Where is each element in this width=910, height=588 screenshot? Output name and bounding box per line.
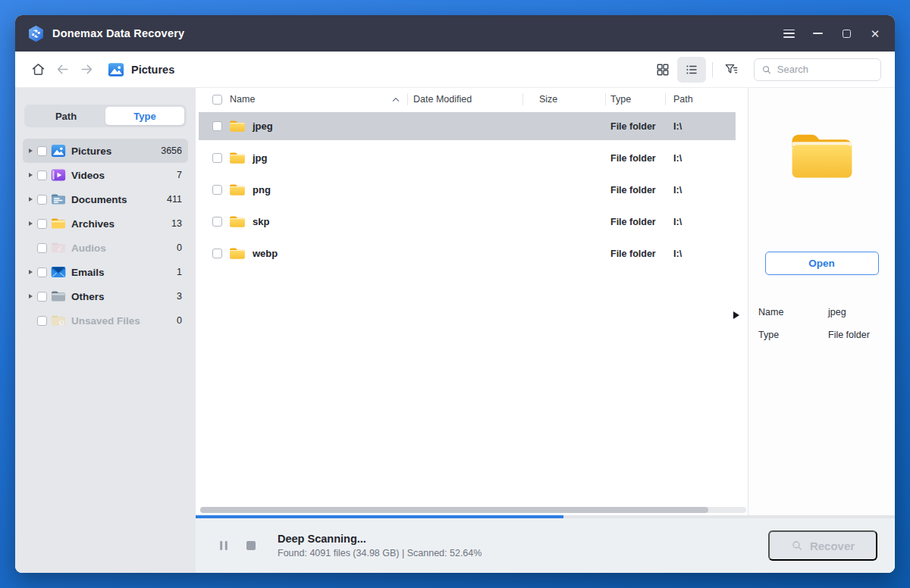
- app-title: Donemax Data Recovery: [52, 27, 184, 39]
- app-window: Donemax Data Recovery ✕: [15, 15, 895, 573]
- file-type: File folder: [605, 208, 665, 236]
- breadcrumb-label: Pictures: [131, 64, 174, 76]
- file-path: I:\: [665, 112, 736, 140]
- item-checkbox[interactable]: [37, 170, 47, 180]
- file-date-modified: [407, 239, 522, 267]
- scrollbar-thumb[interactable]: [200, 507, 708, 513]
- sidebar-item-count: 411: [167, 194, 182, 205]
- column-label: Date Modified: [413, 94, 472, 105]
- pause-icon: [218, 540, 229, 551]
- row-name-cell: skp: [224, 208, 407, 236]
- back-button[interactable]: [50, 58, 74, 82]
- column-header-path[interactable]: Path: [665, 89, 748, 109]
- sidebar-item-count: 0: [177, 315, 182, 326]
- row-name-cell: webp: [224, 239, 407, 267]
- column-header-name[interactable]: Name: [224, 89, 407, 109]
- column-header-type[interactable]: Type: [605, 89, 665, 109]
- item-checkbox[interactable]: [37, 219, 47, 229]
- pause-button[interactable]: [215, 537, 232, 554]
- folder-icon: [229, 183, 246, 197]
- item-checkbox[interactable]: [37, 243, 47, 253]
- sidebar-item-unsaved-files[interactable]: Unsaved Files0: [23, 308, 188, 333]
- forward-button[interactable]: [74, 58, 99, 82]
- open-button[interactable]: Open: [765, 252, 879, 275]
- titlebar: Donemax Data Recovery ✕: [15, 15, 895, 52]
- search-input[interactable]: [777, 64, 874, 75]
- item-checkbox[interactable]: [37, 316, 47, 326]
- row-checkbox[interactable]: [212, 185, 222, 195]
- expand-arrow-icon[interactable]: [26, 221, 35, 226]
- sidebar-item-others[interactable]: Others3: [23, 284, 188, 308]
- minimize-button[interactable]: [805, 21, 830, 45]
- sidebar-item-label: Audios: [71, 242, 106, 254]
- sort-asc-icon: [392, 97, 400, 102]
- select-all-checkbox[interactable]: [212, 95, 222, 105]
- file-date-modified: [407, 208, 522, 236]
- sidebar-item-audios[interactable]: Audios0: [23, 236, 188, 260]
- tab-path[interactable]: Path: [27, 107, 105, 125]
- expand-arrow-icon[interactable]: [26, 149, 35, 153]
- expand-arrow-icon[interactable]: [26, 197, 35, 202]
- sidebar-item-label: Emails: [71, 267, 105, 278]
- sidebar-item-count: 13: [171, 218, 182, 229]
- recover-button[interactable]: Recover: [768, 530, 877, 561]
- sidebar-item-archives[interactable]: Archives13: [23, 211, 188, 236]
- item-checkbox[interactable]: [37, 146, 47, 156]
- row-name-cell: jpeg: [224, 112, 407, 140]
- item-checkbox[interactable]: [37, 195, 47, 205]
- file-size: [522, 144, 605, 172]
- horizontal-scrollbar[interactable]: [199, 505, 748, 515]
- row-checkbox[interactable]: [212, 121, 222, 131]
- file-row-skp[interactable]: skpFile folderI:\: [199, 208, 736, 236]
- body: Path Type Pictures3656Videos7Documents41…: [15, 88, 895, 573]
- row-name-cell: png: [224, 176, 407, 204]
- item-checkbox[interactable]: [37, 292, 47, 302]
- sidebar-item-videos[interactable]: Videos7: [23, 163, 188, 187]
- list-view-button[interactable]: [677, 57, 706, 83]
- file-size: [522, 176, 605, 204]
- expand-arrow-icon[interactable]: [26, 173, 35, 177]
- expand-arrow-icon[interactable]: [26, 294, 35, 299]
- file-row-webp[interactable]: webpFile folderI:\: [199, 239, 736, 267]
- sidebar-item-count: 7: [177, 170, 182, 180]
- breadcrumb[interactable]: Pictures: [108, 61, 174, 78]
- grid-view-button[interactable]: [648, 57, 677, 83]
- file-row-png[interactable]: pngFile folderI:\: [199, 176, 736, 204]
- row-checkbox-cell: [199, 112, 224, 140]
- sidebar-item-pictures[interactable]: Pictures3656: [23, 139, 188, 163]
- home-button[interactable]: [26, 58, 50, 82]
- scan-status: Deep Scanning... Found: 4091 files (34.9…: [278, 533, 482, 558]
- column-header-size[interactable]: Size: [522, 89, 605, 109]
- stop-button[interactable]: [243, 537, 259, 554]
- item-checkbox[interactable]: [37, 267, 47, 277]
- file-name: jpg: [253, 152, 268, 164]
- main-area: Name Date Modified Size Type Path jpegFi…: [196, 88, 895, 573]
- toolbar-right: [648, 57, 881, 83]
- archives-icon: [51, 216, 66, 231]
- column-header-date-modified[interactable]: Date Modified: [407, 89, 522, 109]
- filter-button[interactable]: [719, 58, 743, 82]
- file-row-jpeg[interactable]: jpegFile folderI:\: [199, 112, 736, 140]
- tab-type[interactable]: Type: [105, 107, 184, 125]
- sidebar-item-label: Others: [71, 291, 105, 302]
- sidebar-item-count: 1: [177, 267, 182, 277]
- row-checkbox[interactable]: [212, 217, 222, 227]
- scrollbar-track[interactable]: [200, 507, 746, 513]
- maximize-button[interactable]: [834, 21, 858, 45]
- expand-arrow-icon[interactable]: [26, 270, 35, 274]
- toolbar: Pictures: [15, 52, 895, 88]
- row-checkbox[interactable]: [212, 153, 222, 163]
- file-type-tree: Pictures3656Videos7Documents411Archives1…: [23, 139, 188, 333]
- folder-icon: [229, 246, 246, 261]
- file-name: skp: [253, 216, 269, 227]
- file-path: I:\: [665, 208, 736, 236]
- toolbar-divider: [712, 62, 713, 77]
- close-button[interactable]: ✕: [863, 21, 887, 45]
- row-checkbox[interactable]: [212, 249, 222, 258]
- sidebar-item-documents[interactable]: Documents411: [23, 187, 188, 211]
- preview-field-name: Namejpeg: [758, 307, 895, 317]
- app-menu-button[interactable]: [777, 21, 801, 45]
- sidebar-item-emails[interactable]: Emails1: [23, 260, 188, 284]
- preview-collapse-toggle[interactable]: [733, 311, 739, 319]
- file-row-jpg[interactable]: jpgFile folderI:\: [199, 144, 736, 172]
